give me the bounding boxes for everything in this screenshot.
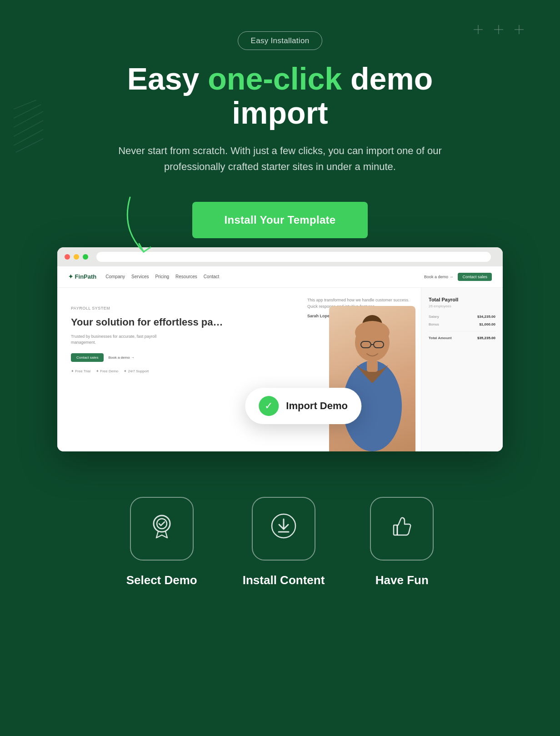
mockup-nav-right: Book a demo → Contact sales — [424, 273, 492, 281]
svg-point-22 — [154, 516, 170, 532]
mockup-hero-desc: Trusted by businesses for accurate, fast… — [71, 334, 162, 346]
main-heading: Easy one-click demo import — [75, 62, 485, 130]
cta-area: Install Your Template — [57, 202, 503, 238]
mockup-badge-support: ✦ 24/7 Support — [124, 369, 149, 373]
heading-highlight: one-click — [208, 61, 342, 96]
browser-dot-green — [83, 254, 88, 260]
mockup-logo: ✦ FinPath — [68, 273, 96, 280]
mockup-hero-btns: Contact sales Book a demo → — [71, 353, 289, 362]
payroll-salary-label: Salary — [429, 315, 439, 319]
svg-line-11 — [16, 139, 43, 152]
svg-line-6 — [14, 100, 36, 109]
step-have-fun-icon-box — [370, 497, 434, 561]
step-install-content-label: Install Content — [243, 573, 325, 587]
svg-point-16 — [355, 321, 390, 344]
payroll-divider — [429, 331, 495, 331]
steps-section: Select Demo Install Content — [18, 488, 542, 615]
svg-line-8 — [14, 111, 43, 127]
mockup-nav-services: Services — [131, 274, 149, 279]
mockup-book-demo: Book a demo → — [424, 275, 454, 279]
mockup-portrait — [329, 306, 415, 451]
easy-installation-badge: Easy Installation — [238, 31, 323, 50]
mockup-hero-badges: ✦ Free Trial ✦ Free Demo ✦ 24/7 Support — [71, 369, 289, 373]
svg-rect-21 — [367, 360, 378, 372]
step-install-content: Install Content — [243, 497, 325, 587]
import-demo-popup: ✓ Import Demo — [245, 388, 361, 424]
step-have-fun: Have Fun — [370, 497, 434, 587]
page-content: Easy Installation Easy one-click demo im… — [0, 0, 560, 651]
install-content-icon — [270, 513, 297, 545]
mockup-hero-tag: PAYROLL SYSTEM — [71, 306, 289, 310]
have-fun-icon — [388, 512, 415, 545]
mockup-nav-company: Company — [105, 274, 125, 279]
step-select-demo-icon-box — [130, 497, 194, 561]
mockup-hero-heading: Your solution for effortless pa… — [71, 316, 289, 329]
svg-line-10 — [14, 130, 43, 145]
payroll-salary-row: Salary $34,235.00 — [429, 315, 495, 319]
browser-dot-yellow — [74, 254, 79, 260]
svg-point-23 — [157, 519, 167, 529]
import-demo-icon: ✓ — [259, 396, 279, 416]
mockup-nav: ✦ FinPath Company Services Pricing Resou… — [57, 266, 503, 288]
checkmark-icon: ✓ — [265, 400, 273, 412]
payroll-title: Total Payroll — [429, 297, 495, 302]
browser-dot-red — [65, 254, 70, 260]
select-demo-icon — [148, 512, 175, 545]
decorative-grid — [460, 18, 533, 45]
mockup-contact-btn: Contact sales — [458, 273, 492, 281]
mockup-payroll-panel: Total Payroll 26 employees Salary $34,23… — [421, 288, 503, 451]
mockup-nav-contact: Contact — [204, 274, 219, 279]
payroll-total-value: $35,235.00 — [477, 336, 495, 340]
arrow-decoration — [116, 193, 198, 265]
mockup-left: PAYROLL SYSTEM Your solution for effortl… — [57, 288, 303, 451]
payroll-total-row: Total Amount $35,235.00 — [429, 336, 495, 340]
mockup-cta-secondary: Book a demo → — [108, 353, 134, 362]
payroll-total-label: Total Amount — [429, 336, 452, 340]
mockup-cta-primary: Contact sales — [71, 353, 104, 362]
payroll-employees: 26 employees — [429, 304, 495, 308]
subtitle-text: Never start from scratch. With just a fe… — [116, 143, 444, 175]
svg-line-9 — [14, 120, 43, 136]
step-select-demo-label: Select Demo — [126, 573, 197, 587]
decorative-lines — [14, 100, 45, 155]
badge-wrapper: Easy Installation — [238, 36, 323, 45]
payroll-salary-value: $34,235.00 — [477, 315, 495, 319]
step-install-content-icon-box — [252, 497, 315, 561]
heading-prefix: Easy — [127, 61, 208, 96]
svg-line-13 — [144, 247, 150, 252]
install-template-button[interactable]: Install Your Template — [192, 202, 367, 238]
mockup-badge-demo: ✦ Free Demo — [96, 369, 118, 373]
mockup-body: PAYROLL SYSTEM Your solution for effortl… — [57, 288, 503, 451]
step-have-fun-label: Have Fun — [375, 573, 429, 587]
step-select-demo: Select Demo — [126, 497, 197, 587]
mockup-badge-trial: ✦ Free Trial — [71, 369, 90, 373]
mockup-nav-pricing: Pricing — [155, 274, 169, 279]
payroll-bonus-value: $1,000.00 — [479, 322, 495, 326]
svg-rect-27 — [394, 525, 397, 535]
mockup-nav-resources: Resources — [175, 274, 197, 279]
browser-mockup: ✦ FinPath Company Services Pricing Resou… — [57, 247, 503, 451]
import-demo-text: Import Demo — [286, 400, 348, 412]
svg-line-7 — [14, 105, 41, 118]
mockup-nav-links: Company Services Pricing Resources Conta… — [105, 274, 415, 279]
payroll-bonus-row: Bonus $1,000.00 — [429, 322, 495, 326]
payroll-bonus-label: Bonus — [429, 322, 439, 326]
